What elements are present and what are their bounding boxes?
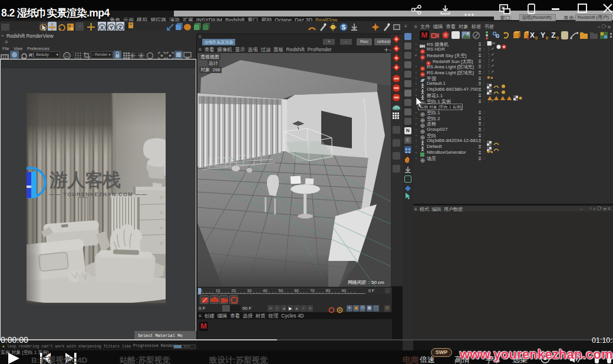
svg-text:游人客栈: 游人客栈 [49, 170, 121, 190]
svg-text:X: X [530, 31, 535, 39]
svg-text:0: 0 [546, 35, 549, 40]
svg-text:Y: Y [541, 31, 545, 39]
svg-text:—— YOURENKEZHAN.COM ——: —— YOURENKEZHAN.COM —— [49, 191, 147, 197]
svg-text:Z: Z [551, 31, 555, 39]
svg-text:0: 0 [556, 35, 559, 40]
svg-text:Y: Y [110, 25, 113, 31]
svg-text:Z: Z [118, 25, 122, 31]
svg-text:X: X [100, 25, 104, 31]
svg-text:网格间距：50 cm: 网格间距：50 cm [348, 280, 384, 285]
svg-text:S: S [342, 24, 346, 31]
svg-text:0: 0 [535, 35, 538, 40]
